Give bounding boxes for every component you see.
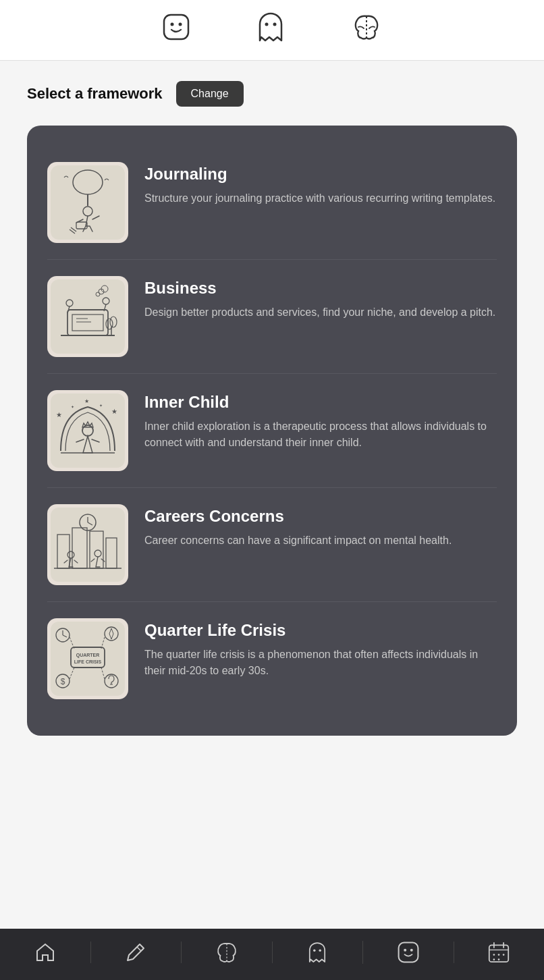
framework-text-quarter-life: Quarter Life Crisis The quarter life cri… <box>144 618 497 679</box>
framework-title-quarter-life: Quarter Life Crisis <box>144 621 497 640</box>
framework-item-business[interactable]: Business Design better products and serv… <box>47 260 497 374</box>
framework-image-inner-child: ★ ★ ★ ✦ ✦ <box>47 390 128 471</box>
svg-point-76 <box>493 958 495 960</box>
framework-text-journaling: Journaling Structure your journaling pra… <box>144 162 497 207</box>
svg-point-65 <box>319 949 322 952</box>
svg-text:LIFE CRISIS: LIFE CRISIS <box>74 659 102 664</box>
svg-line-62 <box>137 947 141 951</box>
main-content: Select a framework Change <box>0 61 544 929</box>
svg-point-2 <box>179 23 182 26</box>
nav-home[interactable] <box>0 942 91 963</box>
ghost-icon[interactable] <box>257 12 284 48</box>
svg-point-1 <box>171 23 174 26</box>
framework-title-careers: Careers Concerns <box>144 507 497 526</box>
section-label: Select a framework <box>27 85 163 103</box>
framework-desc-careers: Career concerns can have a significant i… <box>144 533 497 549</box>
framework-image-journaling <box>47 162 128 243</box>
svg-rect-0 <box>164 15 188 39</box>
framework-item-quarter-life[interactable]: QUARTER LIFE CRISIS $ <box>47 602 497 715</box>
nav-calendar[interactable] <box>454 942 545 963</box>
brain-icon[interactable] <box>352 13 381 47</box>
nav-smiley[interactable] <box>363 942 454 963</box>
smiley-icon[interactable] <box>163 13 190 47</box>
framework-item-inner-child[interactable]: ★ ★ ★ ✦ ✦ Inner Chi <box>47 374 497 488</box>
header-row: Select a framework Change <box>27 81 517 107</box>
framework-desc-business: Design better products and services, fin… <box>144 304 497 321</box>
framework-item-careers[interactable]: Careers Concerns Career concerns can hav… <box>47 488 497 602</box>
change-button[interactable]: Change <box>176 81 244 107</box>
framework-title-inner-child: Inner Child <box>144 393 497 412</box>
svg-text:✦: ✦ <box>99 404 103 408</box>
svg-text:★: ★ <box>84 398 89 404</box>
svg-text:✦: ✦ <box>71 405 74 409</box>
svg-point-67 <box>404 949 406 952</box>
nav-pen[interactable] <box>91 942 182 963</box>
svg-rect-27 <box>51 393 125 468</box>
framework-text-careers: Careers Concerns Career concerns can hav… <box>144 504 497 549</box>
svg-text:$: $ <box>61 677 65 686</box>
top-nav <box>0 0 544 61</box>
framework-image-quarter-life: QUARTER LIFE CRISIS $ <box>47 618 128 699</box>
framework-image-business <box>47 276 128 357</box>
framework-text-business: Business Design better products and serv… <box>144 276 497 321</box>
svg-text:QUARTER: QUARTER <box>76 653 100 658</box>
framework-image-careers <box>47 504 128 585</box>
svg-point-3 <box>265 23 269 26</box>
svg-point-4 <box>273 23 277 26</box>
bottom-nav <box>0 929 544 980</box>
nav-ghost[interactable] <box>273 941 364 964</box>
svg-point-75 <box>503 954 505 956</box>
svg-point-77 <box>498 958 500 960</box>
framework-title-journaling: Journaling <box>144 165 497 184</box>
framework-desc-quarter-life: The quarter life crisis is a phenomenon … <box>144 647 497 679</box>
framework-container: Journaling Structure your journaling pra… <box>27 126 517 736</box>
framework-item-journaling[interactable]: Journaling Structure your journaling pra… <box>47 146 497 260</box>
nav-brain[interactable] <box>182 942 273 963</box>
svg-text:★: ★ <box>56 411 62 418</box>
framework-desc-journaling: Structure your journaling practice with … <box>144 190 497 207</box>
framework-text-inner-child: Inner Child Inner child exploration is a… <box>144 390 497 451</box>
svg-rect-66 <box>398 943 418 962</box>
svg-point-64 <box>313 949 316 952</box>
framework-desc-inner-child: Inner child exploration is a therapeutic… <box>144 418 497 451</box>
svg-point-68 <box>410 949 413 952</box>
svg-text:★: ★ <box>111 408 117 415</box>
svg-point-74 <box>498 954 500 956</box>
svg-point-73 <box>493 954 495 956</box>
framework-title-business: Business <box>144 279 497 298</box>
